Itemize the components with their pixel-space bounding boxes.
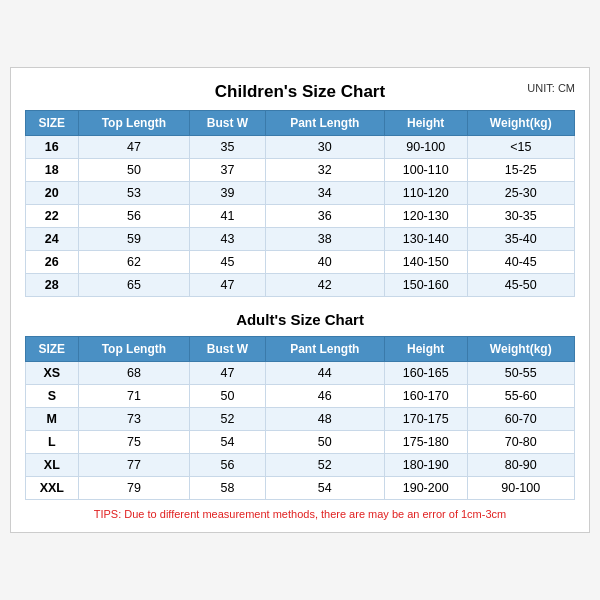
table-cell: 90-100: [384, 136, 467, 159]
table-cell: 59: [78, 228, 190, 251]
table-cell: 24: [26, 228, 79, 251]
table-cell: XXL: [26, 477, 79, 500]
table-row: L755450175-18070-80: [26, 431, 575, 454]
table-cell: 50: [265, 431, 384, 454]
table-row: XXL795854190-20090-100: [26, 477, 575, 500]
adult-col-header: Height: [384, 337, 467, 362]
table-cell: 160-165: [384, 362, 467, 385]
table-cell: 58: [190, 477, 265, 500]
table-row: XS684744160-16550-55: [26, 362, 575, 385]
table-cell: 56: [190, 454, 265, 477]
table-cell: 80-90: [467, 454, 575, 477]
table-cell: 47: [78, 136, 190, 159]
table-cell: 65: [78, 274, 190, 297]
table-cell: 140-150: [384, 251, 467, 274]
adult-col-header: Bust W: [190, 337, 265, 362]
table-cell: 100-110: [384, 159, 467, 182]
table-cell: 170-175: [384, 408, 467, 431]
table-row: 20533934110-12025-30: [26, 182, 575, 205]
children-col-header: Top Length: [78, 111, 190, 136]
table-cell: 43: [190, 228, 265, 251]
table-cell: 175-180: [384, 431, 467, 454]
table-cell: 50-55: [467, 362, 575, 385]
adult-table: SIZETop LengthBust WPant LengthHeightWei…: [25, 336, 575, 500]
children-table: SIZETop LengthBust WPant LengthHeightWei…: [25, 110, 575, 297]
table-cell: 130-140: [384, 228, 467, 251]
table-cell: 71: [78, 385, 190, 408]
adult-title-text: Adult's Size Chart: [236, 311, 364, 328]
children-col-header: Bust W: [190, 111, 265, 136]
table-row: XL775652180-19080-90: [26, 454, 575, 477]
table-cell: 47: [190, 362, 265, 385]
table-cell: 70-80: [467, 431, 575, 454]
table-cell: 79: [78, 477, 190, 500]
table-cell: 73: [78, 408, 190, 431]
table-cell: 38: [265, 228, 384, 251]
table-cell: 55-60: [467, 385, 575, 408]
table-cell: 30-35: [467, 205, 575, 228]
adult-col-header: SIZE: [26, 337, 79, 362]
table-row: 1647353090-100<15: [26, 136, 575, 159]
children-col-header: Weight(kg): [467, 111, 575, 136]
table-cell: 35: [190, 136, 265, 159]
table-cell: 28: [26, 274, 79, 297]
children-col-header: SIZE: [26, 111, 79, 136]
children-col-header: Pant Length: [265, 111, 384, 136]
adult-header-row: SIZETop LengthBust WPant LengthHeightWei…: [26, 337, 575, 362]
table-cell: 25-30: [467, 182, 575, 205]
table-cell: XS: [26, 362, 79, 385]
adult-col-header: Top Length: [78, 337, 190, 362]
table-cell: 40-45: [467, 251, 575, 274]
table-cell: 45: [190, 251, 265, 274]
table-cell: 45-50: [467, 274, 575, 297]
children-col-header: Height: [384, 111, 467, 136]
table-cell: 54: [190, 431, 265, 454]
table-cell: <15: [467, 136, 575, 159]
table-row: M735248170-17560-70: [26, 408, 575, 431]
table-row: 26624540140-15040-45: [26, 251, 575, 274]
table-row: 18503732100-11015-25: [26, 159, 575, 182]
table-cell: 120-130: [384, 205, 467, 228]
table-cell: 54: [265, 477, 384, 500]
table-cell: 18: [26, 159, 79, 182]
chart-container: Children's Size Chart UNIT: CM SIZETop L…: [10, 67, 590, 533]
table-cell: 62: [78, 251, 190, 274]
table-cell: 37: [190, 159, 265, 182]
table-row: 22564136120-13030-35: [26, 205, 575, 228]
table-cell: 32: [265, 159, 384, 182]
table-cell: 42: [265, 274, 384, 297]
table-cell: 52: [190, 408, 265, 431]
adult-col-header: Pant Length: [265, 337, 384, 362]
table-cell: S: [26, 385, 79, 408]
tips-text: TIPS: Due to different measurement metho…: [25, 508, 575, 522]
table-cell: 60-70: [467, 408, 575, 431]
table-row: S715046160-17055-60: [26, 385, 575, 408]
table-cell: XL: [26, 454, 79, 477]
children-title-text: Children's Size Chart: [215, 82, 385, 101]
table-cell: 75: [78, 431, 190, 454]
table-cell: 190-200: [384, 477, 467, 500]
children-title: Children's Size Chart UNIT: CM: [25, 78, 575, 104]
table-cell: 48: [265, 408, 384, 431]
table-cell: 56: [78, 205, 190, 228]
table-cell: 35-40: [467, 228, 575, 251]
table-cell: 15-25: [467, 159, 575, 182]
table-cell: 22: [26, 205, 79, 228]
table-cell: 40: [265, 251, 384, 274]
table-cell: 110-120: [384, 182, 467, 205]
table-cell: 26: [26, 251, 79, 274]
table-cell: 52: [265, 454, 384, 477]
table-cell: 180-190: [384, 454, 467, 477]
table-cell: 16: [26, 136, 79, 159]
table-cell: 160-170: [384, 385, 467, 408]
table-cell: 150-160: [384, 274, 467, 297]
table-cell: 50: [78, 159, 190, 182]
children-header-row: SIZETop LengthBust WPant LengthHeightWei…: [26, 111, 575, 136]
table-cell: 50: [190, 385, 265, 408]
table-row: 24594338130-14035-40: [26, 228, 575, 251]
table-cell: 39: [190, 182, 265, 205]
table-cell: 53: [78, 182, 190, 205]
table-cell: L: [26, 431, 79, 454]
table-cell: 77: [78, 454, 190, 477]
adult-col-header: Weight(kg): [467, 337, 575, 362]
